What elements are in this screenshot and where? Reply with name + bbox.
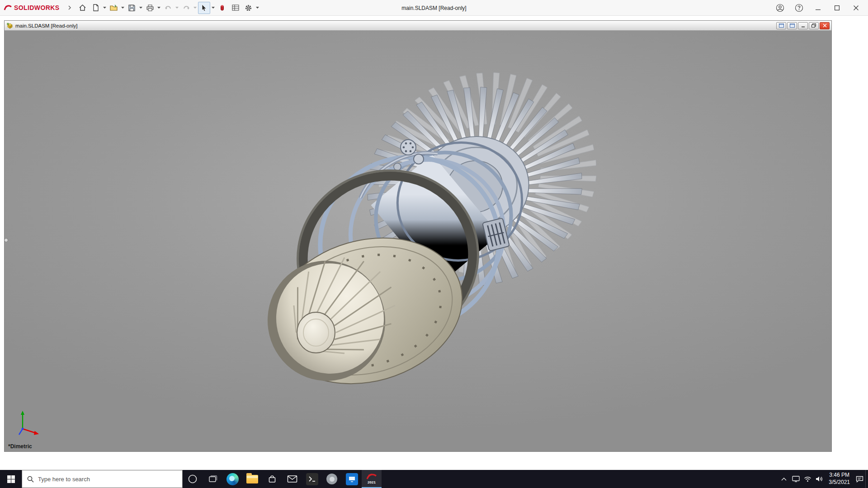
options-dropdown[interactable] (255, 2, 260, 14)
solidworks-version-badge: 2021 (368, 481, 376, 484)
print-dropdown[interactable] (156, 2, 161, 14)
select-tool-dropdown[interactable] (211, 2, 216, 14)
save-dropdown[interactable] (138, 2, 143, 14)
minimize-button[interactable] (808, 0, 827, 16)
undo-dropdown[interactable] (175, 2, 179, 14)
mdi-client-area: main.SLDASM [Read-only] (0, 16, 868, 470)
document-titlebar[interactable]: main.SLDASM [Read-only] (5, 21, 831, 31)
graphics-viewport[interactable]: *Dimetric (5, 31, 831, 451)
solidworks-logo: SOLIDWORKS (4, 4, 59, 11)
print-icon (146, 5, 154, 11)
blue-app-button[interactable] (342, 470, 362, 488)
home-button[interactable] (76, 2, 89, 14)
redo-icon (183, 5, 190, 11)
task-view-button[interactable] (203, 470, 222, 488)
appearance-icon (220, 5, 224, 11)
taskbar-search[interactable] (22, 470, 183, 488)
window-icon (779, 23, 784, 28)
close-icon (854, 5, 859, 10)
solidworks-taskbar-button[interactable]: 2021 (362, 470, 382, 488)
new-document-button[interactable] (90, 2, 102, 14)
evaluate-icon (232, 5, 239, 11)
save-button[interactable] (126, 2, 138, 14)
restore-icon (811, 23, 816, 28)
orientation-triad (13, 408, 44, 438)
help-icon (795, 4, 803, 12)
tray-expand-icon (781, 477, 787, 481)
print-button[interactable] (144, 2, 156, 14)
cortana-button[interactable] (183, 470, 203, 488)
account-button[interactable] (770, 0, 789, 16)
minimize-icon (801, 24, 805, 28)
engine-3d-model[interactable] (5, 31, 831, 451)
maximize-icon (835, 5, 840, 10)
store-button[interactable] (262, 470, 282, 488)
gray-app-button[interactable] (322, 470, 342, 488)
close-app-button[interactable] (846, 0, 865, 16)
redo-button[interactable] (180, 2, 192, 14)
doc-restore-button[interactable] (809, 22, 819, 29)
save-icon (128, 5, 135, 11)
undo-icon (165, 5, 172, 11)
task-view-icon (208, 474, 217, 483)
doc-window-tool-button-2[interactable] (787, 22, 797, 29)
start-icon (7, 475, 15, 483)
select-cursor-icon (201, 4, 207, 11)
clock-date: 3/5/2021 (829, 479, 850, 486)
tray-network-button[interactable] (802, 470, 813, 488)
terminal-icon (306, 473, 318, 485)
mail-button[interactable] (282, 470, 302, 488)
terminal-button[interactable] (302, 470, 322, 488)
document-window: main.SLDASM [Read-only] (4, 20, 832, 452)
app-titlebar: SOLIDWORKS (0, 0, 868, 16)
assembly-icon (6, 23, 13, 29)
select-tool-button[interactable] (198, 2, 210, 14)
tray-display-button[interactable] (790, 470, 802, 488)
open-folder-icon (110, 5, 118, 11)
search-input[interactable] (38, 476, 177, 483)
redo-dropdown[interactable] (193, 2, 198, 14)
document-title: main.SLDASM [Read-only] (15, 23, 77, 28)
mail-icon (287, 475, 297, 483)
brand-text: SOLIDWORKS (14, 4, 59, 11)
taskbar-clock[interactable]: 3:46 PM 3/5/2021 (825, 472, 854, 486)
gray-app-icon (326, 474, 337, 484)
tray-wifi-icon (804, 476, 811, 482)
tray-volume-button[interactable] (813, 470, 825, 488)
tray-volume-icon (816, 476, 823, 482)
action-center-icon (856, 476, 863, 483)
solidworks-icon (366, 473, 377, 480)
open-button[interactable] (108, 2, 120, 14)
home-icon (79, 4, 86, 11)
open-dropdown[interactable] (120, 2, 125, 14)
view-orientation-label: *Dimetric (8, 443, 32, 450)
expand-chevron-icon[interactable] (63, 2, 75, 14)
start-button[interactable] (0, 470, 22, 488)
minimize-icon (816, 5, 821, 10)
search-icon (27, 476, 34, 483)
options-gear-icon (245, 4, 252, 12)
close-icon (823, 23, 827, 28)
tray-display-icon (792, 476, 800, 482)
edge-browser-button[interactable] (222, 470, 242, 488)
doc-minimize-button[interactable] (798, 22, 808, 29)
evaluate-button[interactable] (229, 2, 241, 14)
maximize-button[interactable] (827, 0, 846, 16)
undo-button[interactable] (162, 2, 174, 14)
doc-window-tool-button-1[interactable] (776, 22, 786, 29)
appearance-button[interactable] (216, 2, 228, 14)
file-explorer-icon (246, 475, 258, 483)
file-explorer-button[interactable] (242, 470, 262, 488)
show-desktop-button[interactable] (865, 470, 868, 488)
action-center-button[interactable] (854, 470, 865, 488)
new-document-icon (93, 4, 99, 11)
help-button[interactable] (789, 0, 808, 16)
cortana-icon (188, 474, 198, 484)
store-icon (267, 474, 277, 484)
clock-time: 3:46 PM (829, 472, 850, 479)
options-button[interactable] (242, 2, 255, 14)
doc-close-button[interactable] (820, 22, 830, 29)
new-document-dropdown[interactable] (102, 2, 107, 14)
dassault-logo-icon (4, 4, 13, 11)
tray-expand-button[interactable] (778, 470, 790, 488)
